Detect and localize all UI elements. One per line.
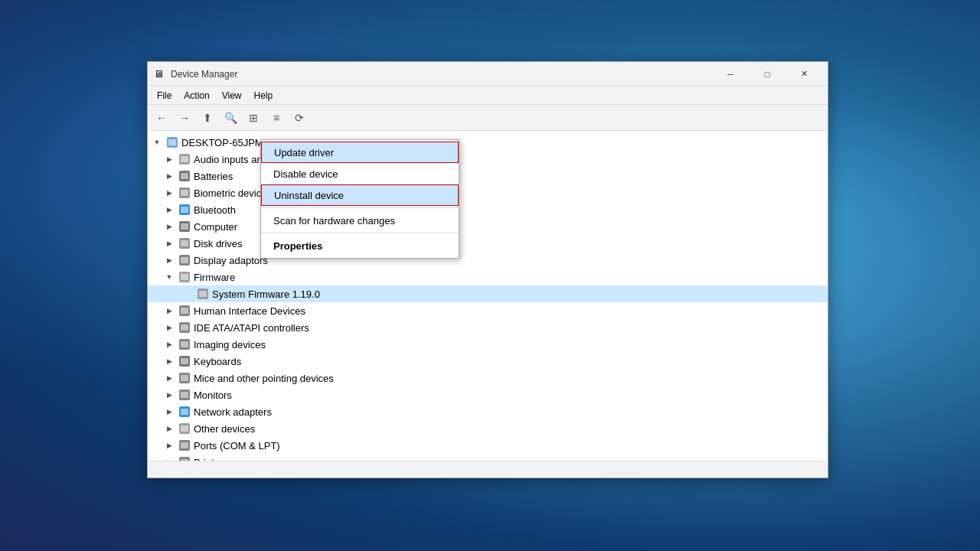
svg-rect-13 <box>181 240 188 246</box>
node-label: Human Interface Devices <box>194 305 305 317</box>
maximize-button[interactable]: □ <box>750 62 785 86</box>
context-menu-item-uninstall_device[interactable]: Uninstall device <box>261 184 459 206</box>
svg-rect-15 <box>181 257 188 263</box>
chevron-icon[interactable]: ▶ <box>163 406 175 418</box>
node-icon <box>178 152 191 166</box>
toolbar-up[interactable]: ⬆ <box>197 107 218 129</box>
toolbar-grid[interactable]: ⊞ <box>243 107 264 129</box>
tree-item-biometric[interactable]: ▶ Biometric devices <box>148 184 828 201</box>
context-menu-item-scan_hardware[interactable]: Scan for hardware changes <box>261 210 459 231</box>
tree-item-system_firmware[interactable]: System Firmware 1.19.0 <box>148 285 828 302</box>
tree-item-batteries[interactable]: ▶ Batteries <box>148 168 828 184</box>
node-label: Other devices <box>194 423 255 435</box>
node-label: Computer <box>194 221 237 233</box>
node-label: Batteries <box>194 171 233 182</box>
svg-rect-9 <box>181 207 188 213</box>
svg-rect-33 <box>181 409 188 415</box>
svg-rect-25 <box>181 341 188 347</box>
minimize-button[interactable]: ─ <box>713 62 748 86</box>
close-button[interactable]: ✕ <box>786 62 822 86</box>
node-icon <box>178 354 191 368</box>
chevron-icon[interactable]: ▶ <box>163 338 175 350</box>
tree-item-print_queues[interactable]: ▶ Print queues <box>148 454 828 461</box>
tree-item-display[interactable]: ▶ Display adaptors <box>148 252 828 269</box>
chevron-icon[interactable]: ▶ <box>163 389 175 401</box>
tree-item-mice[interactable]: ▶ Mice and other pointing devices <box>148 370 828 386</box>
context-menu-item-disable_device[interactable]: Disable device <box>261 163 459 184</box>
node-label: Bluetooth <box>194 204 236 216</box>
chevron-icon[interactable]: ▶ <box>163 422 175 435</box>
chevron-icon[interactable]: ▶ <box>163 254 175 266</box>
chevron-icon[interactable]: ▶ <box>163 372 175 384</box>
menu-file[interactable]: File <box>151 89 178 103</box>
tree-item-bluetooth[interactable]: ▶ Bluetooth <box>148 201 828 218</box>
tree-item-computer[interactable]: ▶ Computer <box>148 218 828 235</box>
svg-rect-35 <box>181 425 188 432</box>
svg-rect-19 <box>199 291 207 297</box>
tree-item-imaging[interactable]: ▶ Imaging devices <box>148 336 828 353</box>
menu-help[interactable]: Help <box>248 89 279 103</box>
tree-item-firmware[interactable]: ▼ Firmware <box>148 269 828 285</box>
svg-rect-7 <box>181 190 188 196</box>
chevron-icon[interactable]: ▼ <box>163 271 175 283</box>
chevron-icon[interactable]: ▶ <box>163 439 175 452</box>
context-menu-item-update_driver[interactable]: Update driver <box>261 142 459 163</box>
chevron-icon[interactable]: ▶ <box>163 220 175 233</box>
menu-separator <box>261 233 459 233</box>
window-controls: ─ □ ✕ <box>713 62 822 86</box>
tree-item-ports[interactable]: ▶ Ports (COM & LPT) <box>148 437 828 454</box>
context-menu: Update driverDisable deviceUninstall dev… <box>260 139 459 259</box>
node-icon <box>178 455 191 461</box>
node-icon <box>178 169 191 183</box>
tree-item-audio[interactable]: ▶ Audio inputs and outputs <box>148 151 828 168</box>
toolbar-forward[interactable]: → <box>174 107 195 129</box>
context-menu-item-properties[interactable]: Properties <box>261 235 459 256</box>
node-label: Display adaptors <box>194 255 268 266</box>
chevron-icon[interactable]: ▶ <box>163 170 175 182</box>
chevron-icon[interactable]: ▶ <box>163 355 175 367</box>
status-bar <box>148 461 828 478</box>
node-icon <box>178 422 191 435</box>
title-bar: 🖥 Device Manager ─ □ ✕ <box>148 62 828 86</box>
svg-rect-31 <box>181 392 188 398</box>
node-label: Ports (COM & LPT) <box>194 440 280 452</box>
chevron-icon[interactable]: ▼ <box>151 136 163 148</box>
chevron-icon[interactable]: ▶ <box>163 153 175 165</box>
node-icon <box>178 388 191 402</box>
menu-separator <box>261 207 459 208</box>
chevron-icon[interactable]: ▶ <box>163 305 175 317</box>
svg-rect-5 <box>181 173 188 179</box>
chevron-icon[interactable]: ▶ <box>163 187 175 199</box>
node-icon <box>178 304 191 318</box>
node-icon <box>178 203 191 217</box>
device-tree[interactable]: ▼ DESKTOP-65JPM0▶ Audio inputs and outpu… <box>148 131 828 461</box>
tree-item-root[interactable]: ▼ DESKTOP-65JPM0 <box>148 134 828 151</box>
toolbar-search[interactable]: 🔍 <box>220 107 241 129</box>
menu-view[interactable]: View <box>216 89 248 103</box>
toolbar: ← → ⬆ 🔍 ⊞ ≡ ⟳ <box>148 105 828 131</box>
menu-action[interactable]: Action <box>178 89 215 103</box>
node-label: System Firmware 1.19.0 <box>212 289 320 300</box>
tree-item-keyboards[interactable]: ▶ Keyboards <box>148 353 828 370</box>
toolbar-back[interactable]: ← <box>151 107 172 129</box>
node-icon <box>178 337 191 351</box>
device-manager-window: 🖥 Device Manager ─ □ ✕ File Action View … <box>147 61 828 478</box>
toolbar-list[interactable]: ≡ <box>266 107 287 129</box>
toolbar-refresh[interactable]: ⟳ <box>289 107 310 129</box>
node-icon <box>178 371 191 385</box>
chevron-icon[interactable]: ▶ <box>163 456 175 461</box>
chevron-icon[interactable] <box>181 288 194 300</box>
svg-rect-3 <box>181 156 188 162</box>
chevron-icon[interactable]: ▶ <box>163 204 175 216</box>
tree-item-other[interactable]: ▶ Other devices <box>148 420 828 437</box>
node-label: Network adapters <box>194 406 272 418</box>
chevron-icon[interactable]: ▶ <box>163 321 175 334</box>
chevron-icon[interactable]: ▶ <box>163 237 175 249</box>
tree-item-monitors[interactable]: ▶ Monitors <box>148 386 828 403</box>
tree-item-disk[interactable]: ▶ Disk drives <box>148 235 828 252</box>
tree-item-network[interactable]: ▶ Network adapters <box>148 403 828 420</box>
node-label: Disk drives <box>194 238 243 249</box>
tree-item-ide[interactable]: ▶ IDE ATA/ATAPI controllers <box>148 319 828 336</box>
node-label: Imaging devices <box>194 339 266 350</box>
tree-item-hid[interactable]: ▶ Human Interface Devices <box>148 302 828 319</box>
